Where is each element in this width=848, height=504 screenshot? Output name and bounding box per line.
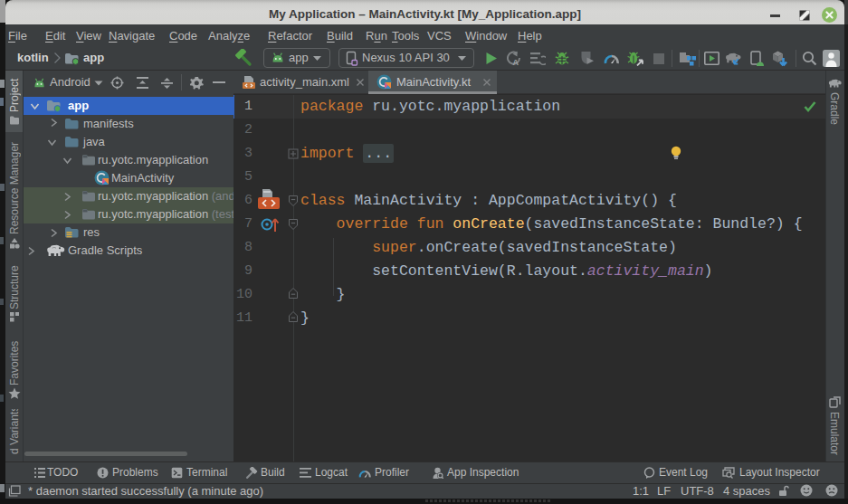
svg-text:A: A <box>513 58 519 66</box>
